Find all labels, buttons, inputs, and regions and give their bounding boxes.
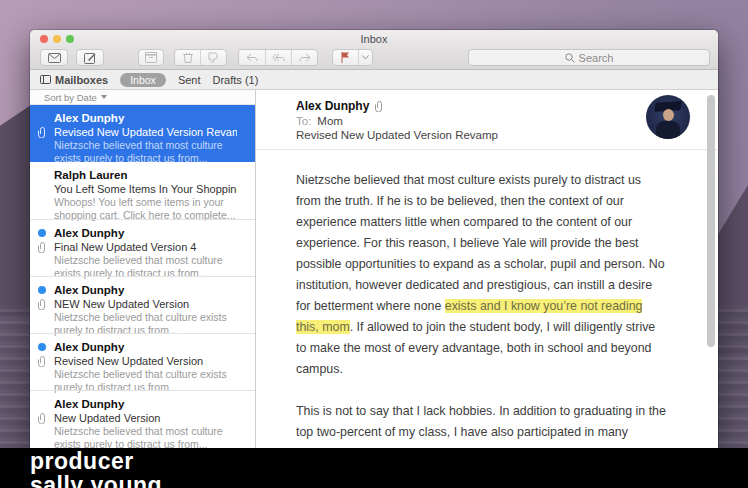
paperclip-icon [375, 101, 384, 112]
scrollbar-track[interactable] [707, 93, 716, 443]
reply-all-button[interactable] [265, 50, 291, 65]
email-subject: Final New Updated Version 4 [54, 240, 237, 254]
email-subject: Revised New Updated Version Revamp [54, 125, 237, 139]
email-row[interactable]: Alex Dunphy NEW New Updated Version Niet… [30, 276, 255, 333]
compose-button[interactable] [76, 49, 104, 66]
sort-chevron-icon [101, 95, 107, 99]
sort-header[interactable]: Sort by Date [30, 90, 255, 105]
paperclip-icon [38, 356, 47, 367]
sort-label: Sort by Date [44, 92, 97, 103]
archive-icon [145, 52, 157, 63]
toolbar: Search [30, 47, 718, 70]
email-row[interactable]: Alex Dunphy Final New Updated Version 4 … [30, 219, 255, 276]
email-sender: Alex Dunphy [54, 226, 237, 240]
unread-dot [38, 286, 46, 294]
mailboxes-button[interactable]: Mailboxes [40, 74, 108, 86]
flag-dropdown-button[interactable] [358, 50, 372, 65]
flag-icon [341, 52, 350, 63]
trash-icon [183, 52, 193, 63]
minimize-button[interactable] [53, 35, 61, 43]
email-sender: Alex Dunphy [54, 397, 237, 411]
email-row[interactable]: Ralph Lauren You Left Some Items In Your… [30, 162, 255, 219]
to-recipient: Mom [317, 115, 343, 127]
email-subject: You Left Some Items In Your Shopping Car… [54, 182, 237, 196]
email-sender: Alex Dunphy [54, 340, 237, 354]
tab-sent[interactable]: Sent [178, 74, 201, 86]
credit-overlay-bar: producer sally young [0, 448, 748, 488]
p1-post: . If allowed to join the student body, I… [296, 320, 655, 376]
thumbs-down-icon [208, 52, 219, 63]
get-mail-button[interactable] [40, 49, 68, 66]
tab-inbox[interactable]: Inbox [120, 73, 166, 87]
body-paragraph-1: Nietzsche believed that most culture exi… [296, 170, 668, 380]
email-row[interactable]: Alex Dunphy Revised New Updated Version … [30, 333, 255, 390]
window-title: Inbox [30, 30, 718, 45]
avatar-face [663, 109, 674, 121]
chevron-down-icon [362, 55, 369, 60]
sender-avatar [646, 95, 690, 139]
close-button[interactable] [40, 35, 48, 43]
junk-button[interactable] [200, 50, 226, 65]
credit-line-1: producer [30, 450, 162, 474]
paperclip-icon [38, 413, 47, 424]
forward-icon [299, 53, 311, 62]
content-area: Sort by Date Alex Dunphy Revised New Upd… [30, 90, 718, 448]
email-sender: Alex Dunphy [54, 111, 237, 125]
reply-all-icon [272, 53, 285, 62]
reply-icon [246, 53, 258, 62]
scrollbar-thumb[interactable] [707, 95, 715, 347]
envelope-icon [48, 53, 61, 63]
message-header: Alex Dunphy To:Mom Revised New Updated V… [256, 90, 718, 150]
unread-dot [38, 229, 46, 237]
search-icon [565, 53, 575, 63]
message-pane: Alex Dunphy To:Mom Revised New Updated V… [256, 90, 718, 448]
search-placeholder: Search [579, 52, 614, 64]
email-subject: New Updated Version [54, 411, 237, 425]
email-sender: Alex Dunphy [54, 283, 237, 297]
forward-button[interactable] [291, 50, 317, 65]
tab-drafts[interactable]: Drafts (1) [213, 74, 259, 86]
archive-button[interactable] [138, 49, 164, 66]
reply-button[interactable] [239, 50, 265, 65]
email-preview: Nietzsche believed that most culture exi… [54, 425, 237, 448]
trash-button[interactable] [175, 50, 200, 65]
credit-text: producer sally young [30, 450, 162, 488]
mailboxes-label: Mailboxes [55, 74, 108, 86]
titlebar[interactable]: Inbox [30, 30, 718, 47]
email-subject: NEW New Updated Version [54, 297, 237, 311]
search-field[interactable]: Search [468, 49, 710, 66]
message-sender: Alex Dunphy [296, 99, 369, 113]
paperclip-icon [38, 299, 47, 310]
to-label: To: [296, 115, 311, 127]
message-list: Sort by Date Alex Dunphy Revised New Upd… [30, 90, 256, 448]
message-body: Nietzsche believed that most culture exi… [256, 150, 668, 448]
email-row[interactable]: Alex Dunphy Revised New Updated Version … [30, 105, 255, 162]
paperclip-icon [38, 127, 47, 138]
email-row[interactable]: Alex Dunphy New Updated Version Nietzsch… [30, 390, 255, 447]
paperclip-icon [38, 242, 47, 253]
p1-pre: Nietzsche believed that most culture exi… [296, 173, 665, 313]
compose-icon [84, 52, 96, 64]
sidebar-panel-icon [40, 75, 51, 84]
favorites-bar: Mailboxes Inbox Sent Drafts (1) [30, 70, 718, 90]
zoom-button[interactable] [66, 35, 74, 43]
flag-button[interactable] [333, 50, 358, 65]
body-paragraph-2: This is not to say that I lack hobbies. … [296, 401, 668, 448]
email-subject: Revised New Updated Version [54, 354, 237, 368]
trash-junk-group [174, 49, 227, 66]
unread-dot [38, 343, 46, 351]
email-sender: Ralph Lauren [54, 168, 237, 182]
avatar-gown [656, 121, 680, 139]
reply-group [238, 49, 318, 66]
credit-line-2: sally young [30, 474, 162, 488]
flag-group [332, 49, 373, 66]
mail-window: Inbox [30, 30, 718, 448]
traffic-lights [40, 35, 74, 43]
